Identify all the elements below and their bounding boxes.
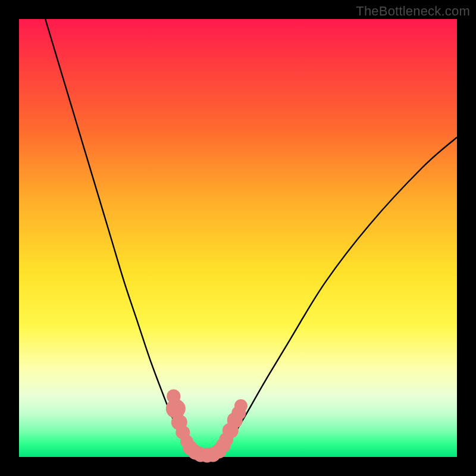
data-marker bbox=[234, 399, 248, 412]
attribution-text: TheBottleneck.com bbox=[356, 4, 470, 19]
plot-area bbox=[19, 19, 457, 457]
chart-frame: TheBottleneck.com bbox=[0, 0, 476, 476]
curve-layer bbox=[19, 19, 457, 457]
right-curve bbox=[221, 137, 457, 455]
